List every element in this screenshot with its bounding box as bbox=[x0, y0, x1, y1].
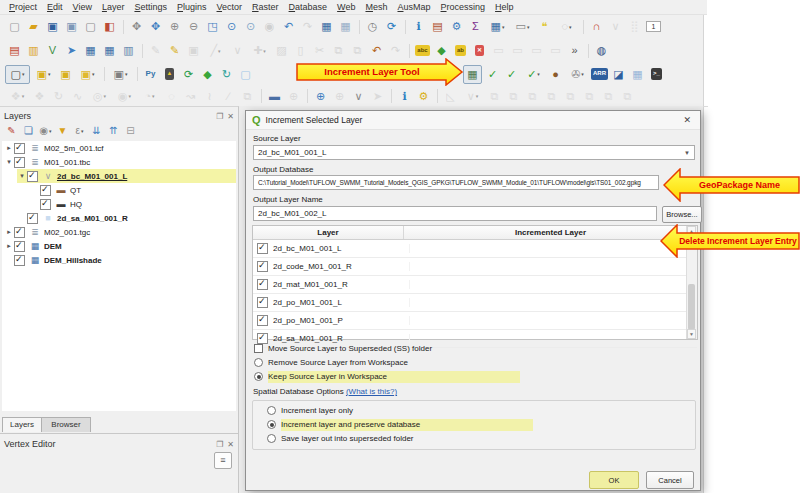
topology-tool-icon[interactable]: ⧉▾ bbox=[486, 88, 503, 105]
add-shape-layer-icon[interactable]: V▾ bbox=[44, 42, 61, 59]
cancel-button[interactable]: Cancel bbox=[646, 471, 694, 489]
option-keep-source[interactable]: Keep Source Layer in Workspace bbox=[252, 370, 696, 383]
menu-item[interactable]: Raster bbox=[247, 2, 284, 12]
console-dark-icon[interactable]: >_▾ bbox=[648, 66, 665, 83]
increment-layer-tool-icon[interactable]: ▦▾ bbox=[463, 65, 482, 84]
layer-dem[interactable]: ▸ ▦ DEM bbox=[4, 239, 236, 253]
open-project-icon[interactable]: ▰▾ bbox=[25, 18, 42, 35]
add-ring-icon[interactable]: ◎▾ bbox=[88, 88, 111, 105]
project-properties-icon[interactable]: ▢▾ bbox=[82, 18, 99, 35]
select-features-icon[interactable]: ▢▾ bbox=[5, 65, 30, 84]
increment-row-2d-mat[interactable]: 2d_mat_M01_001_R bbox=[253, 276, 697, 294]
scrollbar-thumb[interactable] bbox=[688, 284, 695, 330]
vertex-tool-icon[interactable]: ✚▾ bbox=[248, 42, 271, 59]
run-feature-action-icon[interactable]: ▤▾ bbox=[429, 18, 446, 35]
row-checkbox[interactable] bbox=[257, 297, 268, 308]
redo-icon[interactable]: ↷▾ bbox=[387, 42, 404, 59]
tuflow-beaver-icon[interactable]: ●▾ bbox=[547, 66, 564, 83]
set-square-icon[interactable]: ◺▾ bbox=[442, 88, 459, 105]
menu-item[interactable]: Project bbox=[4, 2, 42, 12]
identify-features-icon[interactable]: ℹ▾ bbox=[410, 18, 427, 35]
topology-tool-icon[interactable]: ⧉▾ bbox=[581, 88, 598, 105]
increment-row-2d-bc[interactable]: 2d_bc_M01_001_L bbox=[253, 240, 697, 258]
layer-visibility-checkbox[interactable] bbox=[40, 199, 51, 210]
rotate-label-icon[interactable]: ▭▾ bbox=[528, 42, 545, 59]
filter-by-expression-icon[interactable]: ε▾ bbox=[72, 124, 87, 139]
add-part-icon[interactable]: ◉▾ bbox=[113, 88, 136, 105]
add-group-icon[interactable]: ❏▾ bbox=[21, 124, 36, 139]
offset-curve-icon[interactable]: ↝▾ bbox=[182, 88, 199, 105]
panel-close-icon[interactable]: ✕ bbox=[227, 112, 234, 121]
check-files-settings-icon[interactable]: ✓▾ bbox=[503, 66, 520, 83]
nominatim-search-icon[interactable]: ◌▾ bbox=[555, 18, 578, 35]
open-attribute-table-icon[interactable]: ▦▾ bbox=[486, 18, 509, 35]
tree-expander-icon[interactable]: ▸ bbox=[4, 144, 14, 152]
zoom-full-icon[interactable]: ◳▾ bbox=[204, 18, 221, 35]
what-is-this-link[interactable]: (What is this?) bbox=[346, 387, 397, 396]
option-control[interactable] bbox=[267, 420, 276, 429]
layer-visibility-checkbox[interactable] bbox=[40, 185, 51, 196]
dialog-close-icon[interactable]: ✕ bbox=[680, 115, 694, 125]
menu-item[interactable]: Plugins bbox=[172, 2, 212, 12]
refresh-teal-icon[interactable]: ↻▾ bbox=[218, 66, 235, 83]
tab-layers[interactable]: Layers bbox=[2, 417, 42, 432]
option-control[interactable] bbox=[267, 406, 276, 415]
topology-tool-icon[interactable]: ⧉▾ bbox=[600, 88, 617, 105]
tab-browser[interactable]: Browser bbox=[41, 417, 91, 432]
run-tuflow-icon[interactable]: ✓▾ bbox=[522, 66, 545, 83]
option-move-superseded[interactable]: Move Source Layer to Superseded (SS) fol… bbox=[252, 342, 696, 355]
add-raster-layer-icon[interactable]: ➤▾ bbox=[63, 42, 80, 59]
refresh-map-icon[interactable]: ⟳▾ bbox=[383, 18, 400, 35]
layer-m01-001-tbc[interactable]: ▾ ≣ M01_001.tbc bbox=[4, 155, 236, 169]
deselect-features-icon[interactable]: ▣▾ bbox=[57, 66, 74, 83]
target-crosshair-icon[interactable]: ⊕▾ bbox=[285, 88, 302, 105]
zoom-native-icon[interactable]: ◉▾ bbox=[261, 18, 278, 35]
pan-map-icon[interactable]: ✥▾ bbox=[128, 18, 145, 35]
zoom-out-icon[interactable]: ⊖▾ bbox=[185, 18, 202, 35]
split-features-icon[interactable]: ∕▾ bbox=[220, 88, 237, 105]
show-hide-labels-icon[interactable]: ▭▾ bbox=[490, 42, 507, 59]
layer-visibility-checkbox[interactable] bbox=[14, 143, 25, 154]
option-increment-preserve[interactable]: Increment layer and preserve database bbox=[265, 418, 695, 431]
menu-item[interactable]: Vector bbox=[212, 2, 248, 12]
map-tips-icon[interactable]: ❝▾ bbox=[536, 18, 553, 35]
option-control[interactable] bbox=[267, 434, 276, 443]
pin-labels-icon[interactable]: ab▾ bbox=[452, 42, 469, 59]
add-delimited-text-icon[interactable]: ▦▾ bbox=[101, 42, 118, 59]
row-checkbox[interactable] bbox=[257, 315, 268, 326]
arr-to-tuflow-icon[interactable]: ARR▾ bbox=[591, 66, 608, 83]
layer-visibility-checkbox[interactable] bbox=[27, 171, 38, 182]
fill-ring-icon[interactable]: ◔▾ bbox=[138, 88, 161, 105]
layer-labeling-icon[interactable]: abc▾ bbox=[414, 42, 431, 59]
source-layer-combobox[interactable]: 2d_bc_M01_001_L ▼ bbox=[253, 145, 695, 160]
option-save-superseded[interactable]: Save layer out into superseded folder bbox=[265, 432, 695, 445]
row-checkbox[interactable] bbox=[257, 261, 268, 272]
new-map-view-icon[interactable]: ▦▾ bbox=[318, 18, 335, 35]
tree-expander-icon[interactable]: ▸ bbox=[4, 242, 14, 250]
topology-tool-icon[interactable]: ⧉▾ bbox=[524, 88, 541, 105]
digitize-line-icon[interactable]: ╱▾ bbox=[204, 42, 227, 59]
menu-item[interactable]: Web bbox=[332, 2, 360, 12]
topology-tool-icon[interactable]: ⧉▾ bbox=[505, 88, 522, 105]
new-3d-map-view-icon[interactable]: ▦▾ bbox=[337, 18, 354, 35]
save-project-as-icon[interactable]: ▣▾ bbox=[63, 18, 80, 35]
random-points-icon[interactable]: ⣿▾ bbox=[626, 18, 643, 35]
add-vector-layer-icon[interactable]: ▥▾ bbox=[25, 42, 42, 59]
save-project-icon[interactable]: ▣▾ bbox=[44, 18, 61, 35]
pan-to-selection-icon[interactable]: ✥▾ bbox=[147, 18, 164, 35]
menu-item[interactable]: AusMap bbox=[392, 2, 435, 12]
increment-row-2d-po-p[interactable]: 2d_po_M01_001_P bbox=[253, 312, 697, 330]
layer-2d-sa-m01-001-r[interactable]: ■ 2d_sa_M01_001_R bbox=[17, 211, 236, 225]
menu-item[interactable]: Settings bbox=[129, 2, 172, 12]
layer-m02-5m-001-tcf[interactable]: ▸ ≣ M02_5m_001.tcf bbox=[4, 141, 236, 155]
layer-m02-001-tgc[interactable]: ▸ ≣ M02_001.tgc bbox=[4, 225, 236, 239]
zoom-to-selection-icon[interactable]: ⊙▾ bbox=[223, 18, 240, 35]
metadata-info-icon[interactable]: ℹ▾ bbox=[396, 88, 413, 105]
reshape-features-icon[interactable]: ≀▾ bbox=[201, 88, 218, 105]
row-checkbox[interactable] bbox=[257, 243, 268, 254]
rotate-feature-icon[interactable]: ↻▾ bbox=[50, 88, 67, 105]
copy-move-feature-icon[interactable]: ❖▾ bbox=[31, 88, 48, 105]
topology-tool-icon[interactable]: ⧉▾ bbox=[562, 88, 579, 105]
modify-attributes-icon[interactable]: ▨▾ bbox=[273, 42, 290, 59]
layer-dem-hillshade[interactable]: ▦ DEM_Hillshade bbox=[4, 253, 236, 267]
